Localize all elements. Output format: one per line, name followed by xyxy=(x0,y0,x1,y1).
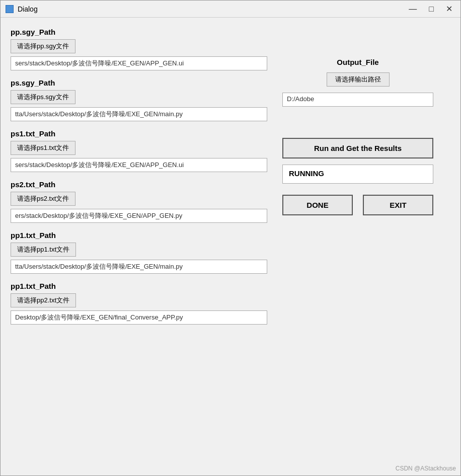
field-group-pp1-txt-2: pp1.txt_Path 请选择pp2.txt文件 Desktop/多波信号降噪… xyxy=(11,282,272,325)
title-bar-controls: — □ ✕ xyxy=(406,4,455,14)
select-pp-sgy-button[interactable]: 请选择pp.sgy文件 xyxy=(11,39,75,53)
field-label-ps2-txt: ps2.txt_Path xyxy=(11,180,272,189)
field-group-ps-sgy: ps.sgy_Path 请选择ps.sgy文件 tta/Users/stack/… xyxy=(11,78,272,121)
select-ps2-txt-button[interactable]: 请选择ps2.txt文件 xyxy=(11,192,75,206)
left-panel: pp.sgy_Path 请选择pp.sgy文件 sers/stack/Deskt… xyxy=(11,28,272,465)
field-label-ps1-txt: ps1.txt_Path xyxy=(11,129,272,138)
title-bar: Dialog — □ ✕ xyxy=(1,1,460,18)
output-path-input[interactable]: D:/Adobe xyxy=(282,93,433,107)
select-output-path-button[interactable]: 请选择输出路径 xyxy=(327,72,390,87)
ps2-txt-path-input[interactable]: ers/stack/Desktop/多波信号降噪/EXE_GEN/APP_GEN… xyxy=(11,209,267,223)
field-label-pp1-txt-2: pp1.txt_Path xyxy=(11,282,272,290)
field-group-ps2-txt: ps2.txt_Path 请选择ps2.txt文件 ers/stack/Desk… xyxy=(11,180,272,223)
minimize-button[interactable]: — xyxy=(406,4,420,14)
bottom-buttons: DONE EXIT xyxy=(282,195,433,215)
ps1-txt-path-input[interactable]: sers/stack/Desktop/多波信号降噪/EXE_GEN/APP_GE… xyxy=(11,158,267,172)
app-icon xyxy=(6,5,14,13)
pp1-txt-path-input[interactable]: tta/Users/stack/Desktop/多波信号降噪/EXE_GEN/m… xyxy=(11,260,267,274)
main-content: pp.sgy_Path 请选择pp.sgy文件 sers/stack/Deskt… xyxy=(1,18,460,475)
ps-sgy-path-input[interactable]: tta/Users/stack/Desktop/多波信号降噪/EXE_GEN/m… xyxy=(11,107,267,121)
field-group-pp1-txt: pp1.txt_Path 请选择pp1.txt文件 tta/Users/stac… xyxy=(11,231,272,274)
field-label-pp-sgy: pp.sgy_Path xyxy=(11,28,272,36)
select-pp1-txt-button[interactable]: 请选择pp1.txt文件 xyxy=(11,243,76,257)
maximize-button[interactable]: □ xyxy=(426,4,437,14)
select-ps1-txt-button[interactable]: 请选择ps1.txt文件 xyxy=(11,141,75,155)
output-file-label: Output_File xyxy=(282,58,433,66)
pp2-txt-path-input[interactable]: Desktop/多波信号降噪/EXE_GEN/final_Converse_AP… xyxy=(11,310,267,325)
select-pp2-txt-button[interactable]: 请选择pp2.txt文件 xyxy=(11,293,76,307)
run-button[interactable]: Run and Get the Results xyxy=(282,138,433,158)
pp-sgy-path-input[interactable]: sers/stack/Desktop/多波信号降噪/EXE_GEN/APP_GE… xyxy=(11,56,267,70)
run-section: Run and Get the Results xyxy=(282,138,433,158)
window-title: Dialog xyxy=(18,5,38,13)
dialog-window: Dialog — □ ✕ pp.sgy_Path 请选择pp.sgy文件 ser… xyxy=(0,0,461,476)
running-status: RUNNING xyxy=(282,165,433,184)
close-button[interactable]: ✕ xyxy=(443,4,455,14)
watermark: CSDN @AStackhouse xyxy=(396,465,456,472)
select-ps-sgy-button[interactable]: 请选择ps.sgy文件 xyxy=(11,90,75,104)
field-group-pp-sgy: pp.sgy_Path 请选择pp.sgy文件 sers/stack/Deskt… xyxy=(11,28,272,70)
right-panel: Output_File 请选择输出路径 D:/Adobe Run and Get… xyxy=(282,28,450,465)
field-label-pp1-txt: pp1.txt_Path xyxy=(11,231,272,240)
field-group-ps1-txt: ps1.txt_Path 请选择ps1.txt文件 sers/stack/Des… xyxy=(11,129,272,172)
output-section: Output_File 请选择输出路径 D:/Adobe xyxy=(282,58,433,107)
title-bar-left: Dialog xyxy=(6,5,38,13)
field-label-ps-sgy: ps.sgy_Path xyxy=(11,78,272,87)
done-button[interactable]: DONE xyxy=(282,195,353,215)
exit-button[interactable]: EXIT xyxy=(363,195,433,215)
